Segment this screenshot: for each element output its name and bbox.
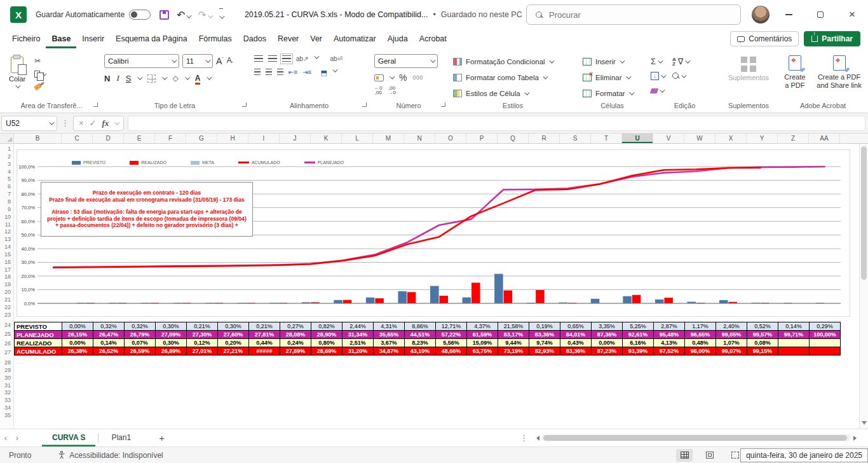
table-cell[interactable]: 26,15% [62,331,93,339]
row-header-24[interactable]: 24 [4,322,11,328]
table-cell[interactable] [810,347,841,356]
column-header-D[interactable]: D [93,134,124,143]
row-header-12[interactable]: 12 [4,228,11,235]
number-format-select[interactable]: Geral [374,54,438,68]
cut-button[interactable]: ✂ [34,57,46,66]
formula-input[interactable] [128,116,865,131]
table-cell[interactable]: 48,66% [436,347,467,356]
table-cell[interactable]: 0,32% [125,322,156,331]
table-cell[interactable]: 27,89% [280,347,311,356]
row-header-9[interactable]: 9 [8,206,11,212]
format-painter-button[interactable] [34,82,46,91]
s-curve-chart[interactable]: PREVISTOREALIZADOMETAACUMULADOPLANEJADO … [17,149,850,317]
row-header-27[interactable]: 27 [4,349,11,356]
font-dialog-launcher-icon[interactable] [242,102,247,107]
column-header-M[interactable]: M [373,134,404,143]
table-cell[interactable]: 2,40% [716,322,747,331]
table-cell[interactable]: 27,81% [249,331,280,339]
table-cell[interactable]: 28,69% [311,347,342,356]
sheet-tab-curva-s[interactable]: CURVA S [42,429,95,446]
table-cell[interactable]: 26,59% [125,347,156,356]
minimize-button[interactable] [773,0,804,29]
align-right-icon[interactable] [277,69,283,76]
table-cell[interactable]: 0,30% [156,322,187,331]
tab-esquema-da-p-gina[interactable]: Esquema da Página [110,30,193,48]
table-cell[interactable]: 43,10% [405,347,436,356]
tab-acrobat[interactable]: Acrobat [414,30,452,48]
table-cell[interactable]: 3,35% [592,322,623,331]
select-all-corner[interactable] [0,134,14,143]
table-cell[interactable]: 83,36% [560,347,592,356]
tab-inserir[interactable]: Inserir [76,30,110,48]
row-header-15[interactable]: 15 [4,251,11,258]
table-cell[interactable]: 0,12% [187,339,218,347]
table-cell[interactable]: 99,15% [747,347,778,356]
row-header-23[interactable]: 23 [4,312,11,318]
table-cell[interactable]: 0,19% [529,322,560,331]
row-header-21[interactable]: 21 [4,296,11,303]
row-header-1[interactable]: 1 [8,146,11,152]
column-header-X[interactable]: X [715,134,747,143]
column-header-I[interactable]: I [248,134,280,143]
maximize-button[interactable] [804,0,836,29]
row-header-10[interactable]: 10 [4,214,11,220]
table-cell[interactable]: 0,30% [156,339,187,347]
table-cell[interactable]: 2,87% [654,322,685,331]
table-cell[interactable]: 4,31% [374,322,405,331]
find-select-button[interactable] [672,71,689,81]
table-cell[interactable]: 6,16% [623,339,654,347]
row-header-17[interactable]: 17 [4,266,11,273]
table-cell[interactable]: 0,82% [311,322,342,331]
wrap-text-icon[interactable]: ab⏎ [330,55,343,62]
column-header-F[interactable]: F [155,134,186,143]
font-color-icon[interactable]: A [195,74,201,83]
row-header-22[interactable]: 22 [4,304,11,310]
vertical-scrollbar[interactable] [859,144,868,429]
tab-ver[interactable]: Ver [304,30,328,48]
column-header-E[interactable]: E [124,134,155,143]
table-cell[interactable]: 83,17% [498,331,529,339]
column-header-AA[interactable]: AA [809,134,840,143]
accessibility-status[interactable]: Acessibilidade: Indisponível [58,451,163,460]
percent-format-icon[interactable]: % [399,73,407,83]
search-box[interactable]: Procurar [526,4,741,25]
table-cell[interactable]: 27,60% [218,331,249,339]
table-cell[interactable]: 0,52% [747,322,778,331]
chart-annotation-box[interactable]: Prazo de execução em contrato - 120 dias… [41,182,253,237]
column-header-T[interactable]: T [591,134,622,143]
scroll-down-icon[interactable] [862,421,867,425]
table-cell[interactable]: 82,93% [529,347,560,356]
table-cell[interactable]: 26,79% [125,331,156,339]
column-header-W[interactable]: W [684,134,715,143]
table-cell[interactable]: 27,09% [156,331,187,339]
table-cell[interactable]: 57,22% [436,331,467,339]
row-header-35[interactable]: 35 [4,412,11,418]
table-cell[interactable]: 0,08% [747,339,778,347]
row-label-previsto[interactable]: PREVISTO [15,322,62,331]
table-cell[interactable]: 0,27% [280,322,311,331]
row-header-13[interactable]: 13 [4,236,11,242]
column-header-K[interactable]: K [311,134,342,143]
row-header-6[interactable]: 6 [8,183,11,190]
table-cell[interactable]: 35,65% [374,331,405,339]
cancel-entry-icon[interactable]: × [79,118,84,128]
save-icon[interactable] [159,10,169,20]
comma-format-icon[interactable]: 000 [412,74,423,81]
row-header-5[interactable]: 5 [8,176,11,182]
format-cells-button[interactable]: Formatar [583,86,633,100]
increase-decimal-icon[interactable]: ←0,00 [374,86,382,95]
table-cell[interactable]: 5,56% [436,339,467,347]
table-cell[interactable]: 12,71% [436,322,467,331]
decrease-font-icon[interactable]: Aˇ [227,56,233,66]
horizontal-scroll-thumb[interactable] [543,435,847,441]
table-cell[interactable]: 9,44% [498,339,529,347]
table-cell[interactable]: 4,37% [467,322,498,331]
row-header-30[interactable]: 30 [4,375,11,381]
scroll-right-icon[interactable] [853,436,857,441]
format-as-table-button[interactable]: Formatar como Tabela [453,71,546,84]
table-cell[interactable]: 61,59% [467,331,498,339]
row-header-20[interactable]: 20 [4,289,11,295]
italic-icon[interactable]: I [116,73,119,83]
scroll-left-icon[interactable] [536,436,539,441]
table-cell[interactable]: 0,29% [810,322,841,331]
